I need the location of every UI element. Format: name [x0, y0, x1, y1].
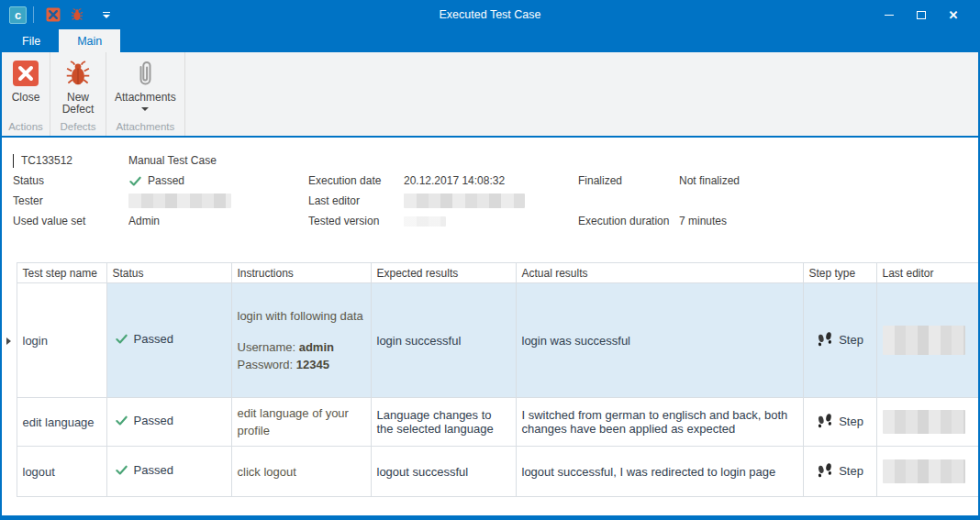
cell-status[interactable]: Passed	[106, 398, 231, 447]
tab-main[interactable]: Main	[59, 29, 120, 52]
cell-last-editor-redacted[interactable]	[876, 398, 978, 447]
cell-actual-results[interactable]: I switched from german to englisch and b…	[516, 398, 803, 447]
cell-instructions[interactable]: click logout	[231, 447, 371, 497]
check-icon	[115, 332, 128, 349]
cell-expected-results[interactable]: Language changes to the selected languag…	[371, 398, 516, 447]
check-icon	[115, 414, 128, 430]
bug-icon	[64, 58, 92, 89]
executed-test-case-window: c Exe	[0, 0, 980, 520]
last-editor-value-redacted	[404, 194, 578, 208]
test-steps-table: Test step name Status Instructions Expec…	[2, 262, 978, 497]
column-header-instructions[interactable]: Instructions	[231, 263, 371, 283]
cell-instructions[interactable]: edit language of your profile	[231, 398, 371, 447]
footsteps-icon	[816, 413, 834, 431]
cell-instructions[interactable]: login with following data Username: admi…	[231, 283, 371, 398]
qat-dropdown-icon[interactable]	[95, 3, 118, 27]
cell-step-type[interactable]: Step	[803, 283, 876, 398]
cell-expected-results[interactable]: logout successful	[371, 447, 516, 497]
maximize-icon	[917, 11, 926, 19]
cell-last-editor-redacted[interactable]	[876, 283, 978, 398]
test-case-details: TC133512 Manual Test Case Status Passed …	[2, 138, 978, 262]
content-area: TC133512 Manual Test Case Status Passed …	[2, 138, 978, 514]
close-button[interactable]: Close	[6, 55, 46, 104]
status-value: Passed	[128, 174, 308, 188]
column-header-actual-results[interactable]: Actual results	[516, 263, 803, 283]
execution-duration-label: Execution duration	[578, 215, 679, 227]
column-header-status[interactable]: Status	[106, 263, 231, 283]
row-indicator-arrow-icon	[6, 337, 11, 345]
check-icon	[128, 174, 142, 188]
quick-access-toolbar: c	[2, 0, 118, 29]
paperclip-icon	[134, 58, 156, 89]
cell-expected-results[interactable]: login successful	[371, 283, 516, 398]
minimize-button[interactable]	[877, 3, 901, 27]
group-label-actions: Actions	[2, 120, 50, 136]
tester-value-redacted	[128, 194, 308, 208]
check-icon	[115, 463, 128, 480]
used-value-set-value: Admin	[128, 215, 308, 227]
ribbon-group-attachments: Attachments Attachments	[106, 52, 185, 136]
column-header-last-editor[interactable]: Last editor	[876, 263, 978, 283]
app-logo-icon[interactable]: c	[9, 6, 27, 24]
cell-step-name[interactable]: login	[17, 283, 106, 398]
tested-version-value-redacted	[404, 216, 578, 227]
new-defect-button[interactable]: New Defect	[54, 55, 102, 116]
qat-close-button[interactable]	[41, 3, 65, 27]
test-step-row-edit-language: edit language Passed edit language of yo…	[2, 398, 978, 447]
cell-step-name[interactable]: edit language	[17, 398, 106, 447]
attachments-dropdown-icon	[141, 107, 149, 111]
execution-date-value: 20.12.2017 14:08:32	[404, 174, 578, 187]
window-close-icon: ✕	[949, 9, 959, 21]
window-controls: ✕	[877, 0, 978, 29]
qat-separator	[33, 6, 34, 23]
test-step-row-login: login Passed login with following data U…	[2, 283, 978, 398]
table-header-row: Test step name Status Instructions Expec…	[2, 263, 978, 283]
finalized-value: Not finalized	[679, 174, 978, 187]
maximize-button[interactable]	[909, 3, 933, 27]
minimize-icon	[885, 15, 894, 16]
row-indicator[interactable]	[2, 283, 17, 398]
group-label-defects: Defects	[50, 120, 106, 136]
finalized-label: Finalized	[578, 174, 679, 187]
attachments-button[interactable]: Attachments	[110, 55, 181, 111]
cell-last-editor-redacted[interactable]	[876, 447, 978, 497]
group-label-attachments: Attachments	[106, 120, 184, 136]
row-indicator[interactable]	[2, 447, 17, 497]
test-case-type: Manual Test Case	[128, 154, 308, 167]
execution-date-label: Execution date	[308, 174, 404, 187]
text-cursor	[13, 154, 14, 168]
status-label: Status	[13, 174, 128, 187]
cell-status[interactable]: Passed	[106, 447, 231, 497]
test-step-row-logout: logout Passed click logout logout succes…	[2, 447, 978, 497]
footsteps-icon	[816, 331, 834, 349]
tested-version-label: Tested version	[308, 215, 404, 227]
used-value-set-label: Used value set	[13, 215, 128, 227]
test-case-id-field[interactable]: TC133512	[13, 154, 128, 168]
cell-step-type[interactable]: Step	[803, 447, 876, 497]
row-indicator[interactable]	[2, 398, 17, 447]
execution-duration-value: 7 minutes	[679, 215, 978, 227]
window-title: Executed Test Case	[2, 0, 978, 29]
footsteps-icon	[816, 462, 834, 481]
close-x-icon	[46, 7, 61, 22]
qat-new-defect-button[interactable]	[65, 3, 89, 27]
ribbon: Close Actions	[2, 52, 978, 138]
tab-file[interactable]: File	[4, 29, 59, 52]
cell-step-name[interactable]: logout	[17, 447, 106, 497]
cell-step-type[interactable]: Step	[803, 398, 876, 447]
cell-actual-results[interactable]: login was successful	[516, 283, 803, 398]
ribbon-group-actions: Close Actions	[2, 52, 50, 136]
close-window-button[interactable]: ✕	[941, 3, 965, 27]
row-indicator-header	[2, 263, 17, 283]
tester-label: Tester	[13, 194, 128, 207]
close-x-icon	[12, 58, 39, 89]
ribbon-group-defects: New Defect Defects	[50, 52, 106, 136]
column-header-test-step-name[interactable]: Test step name	[17, 263, 106, 283]
bug-icon	[70, 7, 84, 22]
last-editor-label: Last editor	[308, 194, 404, 207]
title-bar: c Exe	[2, 0, 978, 29]
cell-actual-results[interactable]: logout successful, I was redirected to l…	[516, 447, 803, 497]
column-header-expected-results[interactable]: Expected results	[371, 263, 516, 283]
column-header-step-type[interactable]: Step type	[803, 263, 876, 283]
cell-status[interactable]: Passed	[106, 283, 231, 398]
